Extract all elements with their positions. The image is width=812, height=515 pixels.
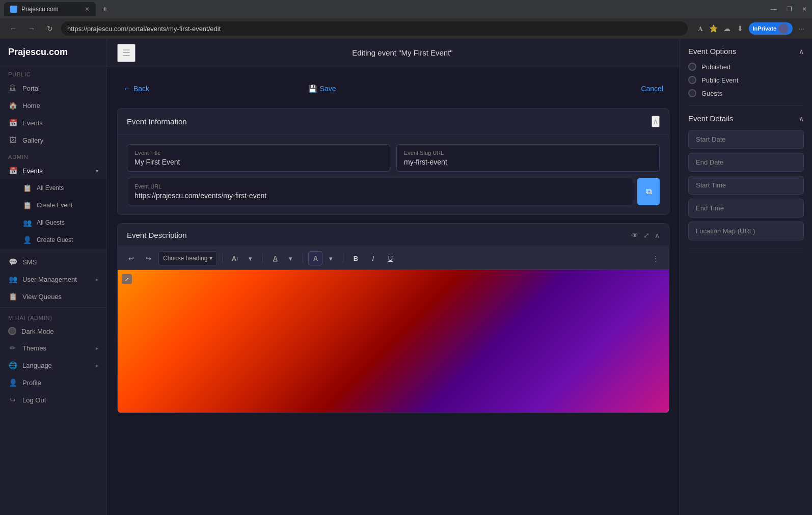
nav-icon-4[interactable]: ⬇ [736,24,745,33]
themes-icon: ✏ [8,343,17,353]
sidebar-item-create-guest[interactable]: 👤 Create Guest [0,231,106,249]
nav-icon-3[interactable]: ☁ [722,24,732,33]
sidebar-item-create-event[interactable]: 📋 Create Event [0,197,106,214]
browser-tab[interactable]: Prajescu.com ✕ [4,2,96,16]
end-time-field[interactable]: End Time [688,199,804,218]
underline-button[interactable]: U [383,251,397,265]
undo-button[interactable]: ↩ [124,251,138,265]
event-info-card-header: Event Information ∧ [118,109,669,135]
sidebar-item-sms[interactable]: 💬 SMS [0,253,106,270]
all-guests-icon: 👥 [22,218,32,227]
end-date-field[interactable]: End Date [688,153,804,172]
new-tab-button[interactable]: + [98,2,112,16]
event-info-body: Event Title My First Event Event Slug UR… [118,135,669,214]
minimize-button[interactable]: — [770,6,777,13]
editor-content[interactable]: ⤢ [118,270,669,413]
back-action-button[interactable]: ← Back [117,82,155,96]
start-date-field[interactable]: Start Date [688,130,804,149]
actions-bar: ← Back 💾 Save Cancel [117,77,669,100]
fullscreen-icon[interactable]: ⤢ [643,231,649,239]
sidebar-item-all-guests[interactable]: 👥 All Guests [0,214,106,231]
hamburger-button[interactable]: ☰ [117,44,136,62]
forward-button[interactable]: → [24,21,39,36]
sidebar-label-logout: Log Out [22,396,46,404]
sidebar-item-home[interactable]: 🏠 Home [0,97,106,114]
back-button[interactable]: ← [6,21,20,36]
sidebar-item-gallery[interactable]: 🖼 Gallery [0,131,106,149]
refresh-button[interactable]: ↻ [43,21,57,36]
save-action-button[interactable]: 💾 Save [302,82,342,96]
sidebar-item-all-events[interactable]: 📋 All Events [0,179,106,197]
nav-icon-1[interactable]: 𝐀 [696,24,705,33]
more-options-button[interactable]: ··· [797,24,806,33]
right-panel: Event Options ∧ Published Public Event G… [680,39,812,515]
copy-icon: ⧉ [646,187,652,196]
radio-item-guests[interactable]: Guests [688,89,804,97]
redo-button[interactable]: ↪ [141,251,155,265]
copy-url-button[interactable]: ⧉ [637,178,660,205]
event-title-value: My First Event [134,158,383,166]
restore-button[interactable]: ❐ [786,6,793,13]
event-options-collapse-button[interactable]: ∧ [799,47,804,56]
radio-item-public-event[interactable]: Public Event [688,76,804,84]
heading-placeholder: Choose heading [163,255,207,262]
radio-label-published: Published [701,63,730,71]
sidebar-item-view-queues[interactable]: 📋 View Queues [0,288,106,305]
event-slug-field[interactable]: Event Slug URL my-first-event [396,144,660,172]
event-details-header: Event Details ∧ [688,114,804,123]
inprivate-badge[interactable]: InPrivate [749,22,793,35]
location-map-field[interactable]: Location Map (URL) [688,222,804,240]
sidebar-label-events-admin: Events [22,167,43,175]
event-details-collapse-button[interactable]: ∧ [799,115,804,123]
sidebar-divider-2 [0,307,106,308]
sidebar-item-portal[interactable]: 🏛 Portal [0,79,106,97]
bg-color-chevron-button[interactable]: ▾ [323,251,338,265]
font-size-group: A↕ ▾ [228,251,257,265]
dark-mode-icon [8,327,16,335]
radio-item-published[interactable]: Published [688,63,804,71]
font-size-button[interactable]: A↕ [228,251,242,265]
sidebar-item-events-public[interactable]: 📅 Events [0,114,106,131]
sidebar-item-language[interactable]: 🌐 Language ▸ [0,357,106,374]
toolbar-sep-3 [303,253,303,263]
sidebar-item-profile[interactable]: 👤 Profile [0,374,106,391]
sidebar-item-logout[interactable]: ↪ Log Out [0,391,106,409]
bold-button[interactable]: B [348,251,363,265]
text-color-chevron-button[interactable]: ▾ [283,251,297,265]
close-window-button[interactable]: ✕ [801,6,808,13]
text-color-button[interactable]: A [268,251,282,265]
event-info-collapse-button[interactable]: ∧ [652,116,660,127]
bg-color-button[interactable]: A [308,251,322,265]
heading-select[interactable]: Choose heading ▾ [158,251,217,265]
user-mgmt-chevron-icon: ▸ [96,277,98,282]
event-title-field[interactable]: Event Title My First Event [127,144,390,172]
sidebar-item-user-management[interactable]: 👥 User Management ▸ [0,270,106,288]
sidebar-item-themes[interactable]: ✏ Themes ▸ [0,339,106,357]
radio-label-guests: Guests [701,90,722,97]
toolbar-sep-2 [262,253,263,263]
font-size-chevron-button[interactable]: ▾ [243,251,257,265]
language-icon: 🌐 [8,361,17,370]
toolbar-sep-4 [343,253,343,263]
sidebar: Prajescu.com PUBLIC 🏛 Portal 🏠 Home 📅 Ev… [0,39,107,515]
description-collapse-button[interactable]: ∧ [655,231,660,239]
radio-circle-public-event [688,76,696,84]
sidebar-item-dark-mode[interactable]: Dark Mode [0,323,106,339]
tab-label: Prajescu.com [21,6,59,13]
event-description-card: Event Description 👁 ⤢ ∧ ↩ ↪ Choose headi… [117,223,669,413]
cancel-action-button[interactable]: Cancel [635,82,669,96]
event-url-field[interactable]: Event URL https://prajescu.com/events/my… [127,178,633,205]
sidebar-item-events-admin[interactable]: 📅 Events ▾ [0,162,106,179]
tab-close-button[interactable]: ✕ [85,6,90,13]
more-options-toolbar-button[interactable]: ⋮ [648,251,663,265]
home-icon: 🏠 [8,101,17,110]
nav-icon-2[interactable]: ⭐ [709,24,718,33]
italic-button[interactable]: I [366,251,380,265]
event-slug-label: Event Slug URL [404,150,652,156]
preview-icon[interactable]: 👁 [631,231,638,239]
image-handle[interactable]: ⤢ [122,274,132,284]
all-events-icon: 📋 [22,183,32,193]
event-options-section: Event Options ∧ Published Public Event G… [688,47,804,106]
address-bar[interactable] [61,21,688,36]
start-time-field[interactable]: Start Time [688,176,804,195]
